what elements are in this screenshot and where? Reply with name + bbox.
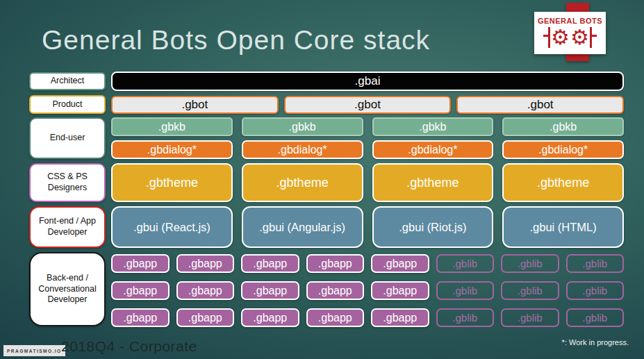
- page-title: General Bots Open Core stack: [42, 25, 430, 56]
- stack-box-gbapp: .gbapp: [111, 308, 170, 327]
- role-label-end-user: End-user: [29, 117, 106, 159]
- stack-box-gblib: .gblib: [566, 254, 625, 273]
- stack-box-gbdialog: .gbdialog*: [111, 140, 233, 159]
- role-label-front-end-app-developer: Font-end / App Developer: [29, 206, 106, 248]
- gear-icon: ⚙: [570, 27, 589, 48]
- stack-box-gblib: .gblib: [436, 281, 495, 300]
- row-gbkb: .gbkb .gbkb .gbkb .gbkb: [111, 117, 624, 136]
- stack-box-gbot: .gbot: [456, 96, 624, 114]
- stack-box-gblib: .gblib: [501, 281, 559, 300]
- stack-box-gbui-riot: .gbui (Riot.js): [372, 206, 494, 248]
- stack-box-gblib: .gblib: [436, 254, 495, 273]
- stack-box-gbapp: .gbapp: [176, 254, 235, 273]
- role-label-css-ps-designers: CSS & PS Designers: [29, 163, 106, 202]
- stack-box-gbapp: .gbapp: [371, 308, 429, 327]
- row-gbot: .gbot .gbot .gbot: [111, 96, 624, 114]
- stack-box-gbapp: .gbapp: [111, 254, 170, 273]
- stack-box-gbot: .gbot: [284, 96, 452, 114]
- stack-box-gbdialog: .gbdialog*: [242, 140, 363, 159]
- stack-box-gbui-angular: .gbui (Angular.js): [242, 206, 363, 248]
- slide: General Bots Open Core stack GENERAL BOT…: [0, 0, 644, 359]
- stack-box-gbapp: .gbapp: [371, 254, 429, 273]
- stack-box-gbai: .gbai: [111, 72, 624, 91]
- gear-bar-right-icon: [590, 27, 592, 48]
- stack-box-gblib: .gblib: [436, 308, 495, 327]
- stack-box-gbui-react: .gbui (React.js): [111, 206, 233, 248]
- gear-icon: ⚙: [551, 27, 570, 48]
- stack-box-gbapp: .gbapp: [306, 308, 365, 327]
- work-in-progress-note: *: Work in progress.: [562, 338, 629, 347]
- footer-version-label: 2018Q4 - Corporate: [61, 338, 197, 355]
- row-gbai: .gbai: [111, 72, 624, 91]
- stack-box-gbkb: .gbkb: [372, 117, 494, 136]
- brand-logo: GENERAL BOTS ⚙ ⚙: [534, 12, 606, 54]
- stack-box-gbapp: .gbapp: [176, 281, 235, 300]
- role-label-architect: Architect: [29, 72, 106, 90]
- row-gbapp-1: .gbapp .gbapp .gbapp .gbapp .gbapp .gbli…: [111, 254, 624, 273]
- row-gbapp-2: .gbapp .gbapp .gbapp .gbapp .gbapp .gbli…: [111, 281, 624, 300]
- brand-name: GENERAL BOTS: [538, 17, 602, 25]
- row-gbapp-3: .gbapp .gbapp .gbapp .gbapp .gbapp .gbli…: [111, 308, 624, 327]
- stack-box-gbtheme: .gbtheme: [502, 163, 624, 202]
- stack-box-gbapp: .gbapp: [176, 308, 235, 327]
- stack-box-gbapp: .gbapp: [111, 281, 170, 300]
- stack-box-gbtheme: .gbtheme: [242, 163, 363, 202]
- stack-box-gblib: .gblib: [566, 308, 625, 327]
- stack-box-gbapp: .gbapp: [241, 281, 299, 300]
- row-gbdialog: .gbdialog* .gbdialog* .gbdialog* .gbdial…: [111, 140, 624, 159]
- stack-box-gbkb: .gbkb: [502, 117, 624, 136]
- stack-box-gbdialog: .gbdialog*: [372, 140, 494, 159]
- stack-box-gbui-html: .gbui (HTML): [502, 206, 624, 248]
- stack-box-gbot: .gbot: [111, 96, 279, 114]
- stack-box-gbtheme: .gbtheme: [372, 163, 494, 202]
- stack-box-gbapp: .gbapp: [306, 281, 365, 300]
- row-gbui: .gbui (React.js) .gbui (Angular.js) .gbu…: [111, 206, 624, 248]
- stack-box-gblib: .gblib: [566, 281, 625, 300]
- pragmatismo-badge: PRAGMATISMO.IO: [3, 345, 65, 356]
- stack-box-gbapp: .gbapp: [306, 254, 365, 273]
- role-label-back-end-conversational-developer: Back-end / Conversational Developer: [29, 252, 106, 326]
- stack-box-gbkb: .gbkb: [111, 117, 233, 136]
- stack-box-gbapp: .gbapp: [371, 281, 429, 300]
- stack-box-gbtheme: .gbtheme: [111, 163, 233, 202]
- gear-bar-left-icon: [548, 27, 550, 48]
- gears-icon: ⚙ ⚙: [548, 26, 592, 49]
- row-gbtheme: .gbtheme .gbtheme .gbtheme .gbtheme: [111, 163, 624, 202]
- stack-box-gblib: .gblib: [501, 308, 559, 327]
- stack-box-gbdialog: .gbdialog*: [502, 140, 624, 159]
- stack-box-gbapp: .gbapp: [241, 254, 299, 273]
- stack-box-gbkb: .gbkb: [242, 117, 363, 136]
- stack-box-gblib: .gblib: [501, 254, 559, 273]
- stack-box-gbapp: .gbapp: [241, 308, 299, 327]
- role-label-product: Product: [29, 95, 106, 114]
